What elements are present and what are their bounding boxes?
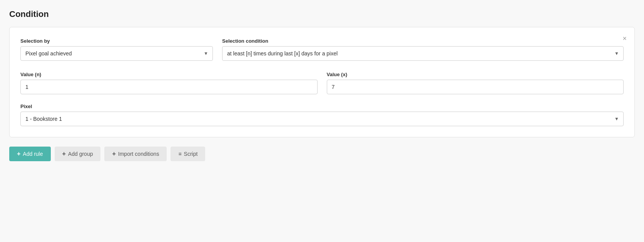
selection-by-group: Selection by Pixel goal achieved ▼ [20, 38, 213, 61]
close-button[interactable]: × [621, 33, 628, 43]
pixel-select[interactable]: 1 - Bookstore 1 [20, 112, 624, 126]
selection-by-select[interactable]: Pixel goal achieved [20, 46, 213, 61]
add-rule-plus-icon: + [17, 150, 20, 157]
selection-condition-group: Selection condition at least [n] times d… [222, 38, 624, 61]
actions-row: + Add rule + Add group + Import conditio… [9, 147, 635, 161]
pixel-wrapper: 1 - Bookstore 1 ▼ [20, 112, 624, 126]
value-n-label: Value (n) [20, 72, 318, 77]
add-group-label: Add group [68, 151, 93, 157]
value-n-input[interactable] [20, 80, 318, 94]
value-n-group: Value (n) [20, 72, 318, 94]
selection-condition-label: Selection condition [222, 38, 624, 44]
pixel-label: Pixel [20, 103, 624, 109]
add-rule-label: Add rule [23, 151, 43, 157]
condition-card: × Selection by Pixel goal achieved ▼ Sel… [9, 27, 635, 137]
pixel-group: Pixel 1 - Bookstore 1 ▼ [20, 103, 624, 126]
script-button[interactable]: ≡ Script [171, 147, 205, 161]
values-row: Value (n) Value (x) [20, 72, 624, 94]
add-group-button[interactable]: + Add group [55, 147, 101, 161]
selection-by-wrapper: Pixel goal achieved ▼ [20, 46, 213, 61]
script-list-icon: ≡ [178, 151, 181, 157]
page-title: Condition [9, 9, 635, 19]
import-conditions-label: Import conditions [118, 151, 159, 157]
script-label: Script [184, 151, 198, 157]
selection-by-label: Selection by [20, 38, 213, 44]
add-group-plus-icon: + [62, 150, 66, 157]
value-x-input[interactable] [327, 80, 624, 94]
add-rule-button[interactable]: + Add rule [9, 147, 51, 161]
value-x-label: Value (x) [327, 72, 624, 77]
selection-condition-wrapper: at least [n] times during last [x] days … [222, 46, 624, 61]
selection-condition-select[interactable]: at least [n] times during last [x] days … [222, 46, 624, 61]
import-conditions-plus-icon: + [112, 150, 115, 157]
selection-row: Selection by Pixel goal achieved ▼ Selec… [20, 38, 624, 61]
value-x-group: Value (x) [327, 72, 624, 94]
import-conditions-button[interactable]: + Import conditions [104, 147, 167, 161]
